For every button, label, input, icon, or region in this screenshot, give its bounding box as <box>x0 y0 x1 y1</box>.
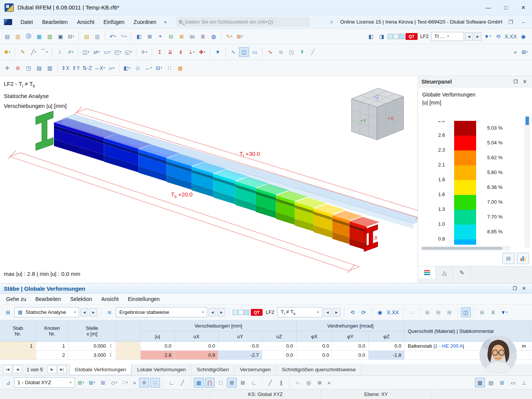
section-tool[interactable]: ⊟ <box>154 63 164 73</box>
cell-value[interactable]: 0.0 <box>262 351 296 359</box>
table-menu-item[interactable]: Ansicht <box>97 294 123 304</box>
copy-objects[interactable]: ◫ <box>81 47 91 57</box>
snap-toggle[interactable]: ✛ <box>139 378 149 388</box>
maximize-button[interactable]: □ <box>497 0 515 15</box>
panel-float-icon[interactable]: ❐ <box>506 17 515 27</box>
loadcase-prev-button[interactable]: ◀ <box>324 308 331 317</box>
result-view-2[interactable]: ◨ <box>377 32 386 41</box>
table-menu-item[interactable]: Selektion <box>66 294 97 304</box>
decimal-display[interactable]: X.XX <box>504 32 518 41</box>
table-float-icon[interactable]: ❐ <box>511 284 519 293</box>
render-solid[interactable]: ◳ <box>287 47 296 57</box>
close-button[interactable]: ✕ <box>515 0 532 15</box>
guidelines[interactable]: ✛ <box>139 47 149 57</box>
print[interactable]: ⊟ <box>66 32 76 41</box>
measure-tool[interactable]: ╱ <box>308 47 318 57</box>
move-y[interactable]: ⇕Y <box>71 63 81 73</box>
search-box[interactable] <box>176 17 310 27</box>
ortho-mode[interactable]: ∟ <box>166 378 176 388</box>
panel-float-icon[interactable]: ❐ <box>511 78 520 86</box>
visibility-box[interactable]: ◰ <box>113 47 123 57</box>
draw-node[interactable]: ✎ <box>18 47 28 57</box>
ruler-toggle[interactable]: ▭ <box>508 378 518 388</box>
saved-views[interactable]: ▤ <box>34 63 44 73</box>
panel-minimize-icon[interactable]: – <box>519 17 528 27</box>
guideline-mode[interactable]: ╱ <box>177 378 187 388</box>
move-rotate[interactable]: ⇄ <box>92 47 101 57</box>
tab-scale-factors[interactable]: △ <box>436 266 453 279</box>
pager-prev-button[interactable]: ◀ <box>13 365 22 374</box>
dlubal-account[interactable]: Ⓓ <box>24 32 33 41</box>
cell-value[interactable]: -2.7 <box>218 351 262 359</box>
result-values[interactable]: ∿ <box>265 47 275 57</box>
new-model[interactable]: ▤ <box>2 32 12 41</box>
calculation-sc[interactable]: sc <box>187 32 197 41</box>
menu-item[interactable]: Datei <box>16 17 38 27</box>
menu-item[interactable]: Bearbeiten <box>38 17 73 27</box>
plane-offset[interactable]: ◇ <box>109 378 119 388</box>
result-tab[interactable]: Verzerrungen <box>234 364 276 375</box>
tab-display-filter[interactable]: ✎ <box>453 266 471 279</box>
insert-member[interactable]: ≀ <box>55 47 65 57</box>
cell-value[interactable]: 0.0 <box>218 342 262 350</box>
cell-value[interactable]: 0.0 <box>332 351 369 359</box>
visibility-sphere[interactable]: ◉ <box>518 32 528 41</box>
coordinate-system-icon[interactable]: ⊿ <box>3 378 13 388</box>
shear-view[interactable]: ▱ <box>106 63 116 73</box>
insert-wall[interactable]: ▦ <box>175 63 185 73</box>
favorites[interactable]: ✱ <box>2 47 12 57</box>
origin-marker[interactable]: ⊥ <box>519 378 529 388</box>
member-tools[interactable]: ⇗ <box>65 47 75 57</box>
color-scale-options-button[interactable] <box>517 253 529 264</box>
panel-close-icon[interactable]: ✕ <box>521 78 529 86</box>
legend-vertical-scrollbar[interactable] <box>525 116 530 247</box>
center-snap[interactable]: ○ <box>293 378 302 388</box>
toolbar-overflow-chevron[interactable]: » <box>512 47 519 57</box>
table-view-full[interactable]: ⊞ <box>445 307 454 317</box>
analysis-prev-button[interactable]: ◀ <box>81 308 88 317</box>
navigation-cube[interactable]: +Z +Y +X <box>352 88 404 140</box>
work-plane[interactable]: ◇ <box>133 63 142 73</box>
clipping-box[interactable]: ◧ <box>122 63 132 73</box>
division-snap[interactable]: ⊛ <box>315 378 325 388</box>
view-cube[interactable]: ◳ <box>24 63 33 73</box>
table-menu-item[interactable]: Einstellungen <box>123 294 164 304</box>
table-chart[interactable]: ◫ <box>461 307 471 317</box>
overflow-chevron-2[interactable]: » <box>326 378 332 388</box>
grid-settings[interactable]: ∷ <box>120 378 130 388</box>
menu-overflow-chevron[interactable]: » <box>161 19 170 25</box>
scrollbar-thumb[interactable] <box>422 247 502 250</box>
free-load[interactable]: ⇣ <box>187 47 196 57</box>
export-excel[interactable]: X <box>488 307 498 317</box>
show-values-eye[interactable]: ◉ <box>375 307 385 317</box>
grid-snap-toggle[interactable]: ∷ <box>150 378 160 388</box>
new-note[interactable]: ▤ <box>82 32 92 41</box>
scrollbar-thumb[interactable] <box>526 117 529 125</box>
result-animation[interactable]: ▭ <box>250 47 260 57</box>
display-grid[interactable]: ⊞ <box>497 378 507 388</box>
pager-last-button[interactable]: ▶| <box>57 365 66 374</box>
web-services[interactable]: ◍ <box>209 32 218 41</box>
result-diagrams[interactable]: ∿ <box>228 47 238 57</box>
work-plane-xy[interactable]: ⊞ <box>76 378 86 388</box>
cell-value[interactable]: 0.0 <box>296 351 332 359</box>
analysis-next-button[interactable]: ▶ <box>90 308 97 317</box>
cell-value[interactable]: 0.0 <box>369 342 405 350</box>
quick-transform-badge[interactable]: QT <box>251 309 263 316</box>
quadrant-snap[interactable]: ◎ <box>304 378 314 388</box>
legend-horizontal-scrollbar[interactable] <box>421 246 510 250</box>
cell-value[interactable]: -1.8 <box>369 351 405 359</box>
loadcase-next-button[interactable]: ▶ <box>474 32 481 41</box>
category-prev-button[interactable]: ◀ <box>209 308 216 317</box>
draw-arc[interactable]: ⌒ <box>39 47 49 57</box>
member-load[interactable]: ⇊ <box>165 47 175 57</box>
menu-item[interactable]: Ansicht <box>72 17 99 27</box>
pager-next-button[interactable]: ▶ <box>48 365 57 374</box>
cell-value[interactable]: 0.9 <box>175 351 218 359</box>
background-grid[interactable]: ▦ <box>475 378 485 388</box>
result-view-1[interactable]: ◧ <box>366 32 376 41</box>
cell-stelle[interactable]: 0.000↥ <box>68 342 116 350</box>
midpoint-snap[interactable]: ⊠ <box>238 378 248 388</box>
sync-graphic[interactable]: ⟲ <box>348 307 358 317</box>
table-menu-item[interactable]: Gehe zu <box>2 294 31 304</box>
